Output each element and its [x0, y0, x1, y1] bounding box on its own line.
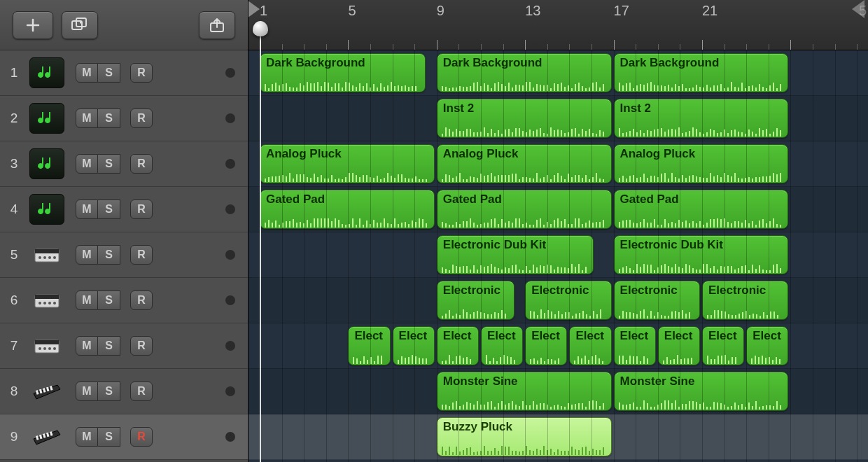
- midi-region[interactable]: Analog Pluck: [437, 144, 612, 183]
- midi-region[interactable]: Elect: [658, 326, 700, 365]
- mute-button[interactable]: M: [76, 245, 98, 265]
- duplicate-track-button[interactable]: [62, 11, 98, 39]
- svg-point-11: [38, 302, 41, 304]
- track-header[interactable]: 5MSR: [0, 232, 248, 278]
- track-header[interactable]: 8MSR: [0, 369, 248, 414]
- track-lane[interactable]: Analog PluckAnalog PluckAnalog Pluck: [248, 141, 868, 187]
- region-preview: [265, 78, 421, 88]
- mute-button[interactable]: M: [76, 108, 98, 128]
- track-lane[interactable]: Monster SineMonster Sine: [248, 369, 868, 414]
- track-icon[interactable]: [29, 57, 64, 88]
- track-icon[interactable]: [29, 376, 64, 407]
- solo-button[interactable]: S: [98, 382, 120, 401]
- midi-region[interactable]: Dark Background: [614, 53, 789, 92]
- catch-playhead-button[interactable]: [199, 11, 235, 39]
- midi-region[interactable]: Elect: [569, 326, 611, 365]
- track-header[interactable]: 1MSR: [0, 50, 248, 96]
- midi-region[interactable]: Elect: [702, 326, 744, 365]
- midi-region[interactable]: Dark Background: [260, 53, 426, 92]
- midi-region[interactable]: Electronic Dub Kit: [614, 235, 789, 274]
- midi-region[interactable]: Electronic Dub Kit: [437, 235, 594, 274]
- midi-region[interactable]: Elect: [525, 326, 567, 365]
- bar-ruler[interactable]: 1591317215: [248, 0, 868, 50]
- record-enable-button[interactable]: R: [130, 382, 153, 401]
- record-enable-button[interactable]: R: [130, 290, 153, 310]
- record-enable-button[interactable]: R: [130, 245, 153, 265]
- midi-region[interactable]: Electronic: [614, 281, 700, 320]
- mute-button[interactable]: M: [76, 336, 98, 356]
- midi-region[interactable]: Electronic: [437, 281, 514, 320]
- track-header[interactable]: 3MSR: [0, 141, 248, 187]
- region-preview: [265, 215, 430, 225]
- track-lane[interactable]: Buzzy Pluck: [248, 414, 868, 460]
- track-lane[interactable]: Dark BackgroundDark BackgroundDark Backg…: [248, 50, 868, 96]
- midi-region[interactable]: Gated Pad: [260, 190, 435, 229]
- track-lane[interactable]: Electronic Dub KitElectronic Dub Kit: [248, 232, 868, 278]
- midi-region[interactable]: Elect: [393, 326, 435, 365]
- track-icon[interactable]: [29, 239, 64, 270]
- ruler-bar-label: 13: [525, 3, 540, 19]
- midi-region[interactable]: Analog Pluck: [260, 144, 435, 183]
- midi-region[interactable]: Elect: [437, 326, 479, 365]
- track-lane[interactable]: Inst 2Inst 2: [248, 96, 868, 141]
- midi-region[interactable]: Elect: [481, 326, 523, 365]
- midi-region[interactable]: Elect: [348, 326, 390, 365]
- solo-button[interactable]: S: [98, 290, 120, 310]
- record-enable-button[interactable]: R: [130, 200, 153, 219]
- solo-button[interactable]: S: [98, 154, 120, 174]
- region-preview: [442, 397, 607, 407]
- record-enable-button[interactable]: R: [130, 336, 153, 356]
- track-lane[interactable]: ElectElectElectElectElectElectElectElect…: [248, 323, 868, 369]
- track-header[interactable]: 9MSR: [0, 414, 248, 460]
- svg-point-6: [43, 256, 46, 259]
- midi-region[interactable]: Electronic: [702, 281, 788, 320]
- midi-region[interactable]: Elect: [746, 326, 788, 365]
- solo-button[interactable]: S: [98, 427, 120, 447]
- mute-button[interactable]: M: [76, 154, 98, 174]
- ruler-tick: [326, 44, 327, 50]
- record-enable-button[interactable]: R: [130, 63, 153, 83]
- add-track-button[interactable]: [13, 11, 53, 39]
- record-enable-button[interactable]: R: [130, 108, 153, 128]
- track-icon[interactable]: [29, 148, 64, 179]
- midi-region[interactable]: Electronic: [525, 281, 611, 320]
- midi-region[interactable]: Buzzy Pluck: [437, 417, 612, 456]
- midi-region[interactable]: Monster Sine: [614, 372, 789, 411]
- midi-region[interactable]: Analog Pluck: [614, 144, 789, 183]
- mute-button[interactable]: M: [76, 290, 98, 310]
- mute-button[interactable]: M: [76, 200, 98, 219]
- midi-region[interactable]: Inst 2: [614, 99, 789, 138]
- track-header[interactable]: 6MSR: [0, 278, 248, 323]
- midi-region[interactable]: Elect: [614, 326, 656, 365]
- track-header[interactable]: 7MSR: [0, 323, 248, 369]
- midi-region[interactable]: Inst 2: [437, 99, 612, 138]
- arrange-area[interactable]: 1591317215 Dark BackgroundDark Backgroun…: [248, 0, 868, 462]
- ruler-bar-label: 5: [348, 3, 356, 19]
- midi-region[interactable]: Dark Background: [437, 53, 612, 92]
- midi-region[interactable]: Gated Pad: [614, 190, 789, 229]
- track-header[interactable]: 4MSR: [0, 187, 248, 232]
- mute-button[interactable]: M: [76, 427, 98, 447]
- solo-button[interactable]: S: [98, 108, 120, 128]
- svg-rect-16: [35, 340, 59, 344]
- track-icon[interactable]: [29, 421, 64, 452]
- solo-button[interactable]: S: [98, 63, 120, 83]
- solo-button[interactable]: S: [98, 245, 120, 265]
- mute-button[interactable]: M: [76, 63, 98, 83]
- track-lane[interactable]: Gated PadGated PadGated Pad: [248, 187, 868, 232]
- midi-region[interactable]: Gated Pad: [437, 190, 612, 229]
- record-enable-button[interactable]: R: [130, 154, 153, 174]
- track-icon[interactable]: [29, 330, 64, 361]
- track-header[interactable]: 2MSR: [0, 96, 248, 141]
- track-lane[interactable]: ElectronicElectronicElectronicElectronic: [248, 278, 868, 323]
- solo-button[interactable]: S: [98, 336, 120, 356]
- mute-button[interactable]: M: [76, 382, 98, 401]
- svg-point-14: [53, 302, 56, 304]
- track-icon[interactable]: [29, 103, 64, 134]
- midi-region[interactable]: Monster Sine: [437, 372, 612, 411]
- track-icon[interactable]: [29, 194, 64, 225]
- solo-button[interactable]: S: [98, 200, 120, 219]
- record-enable-button[interactable]: R: [130, 427, 153, 447]
- ruler-tick: [592, 44, 592, 50]
- track-icon[interactable]: [29, 285, 64, 316]
